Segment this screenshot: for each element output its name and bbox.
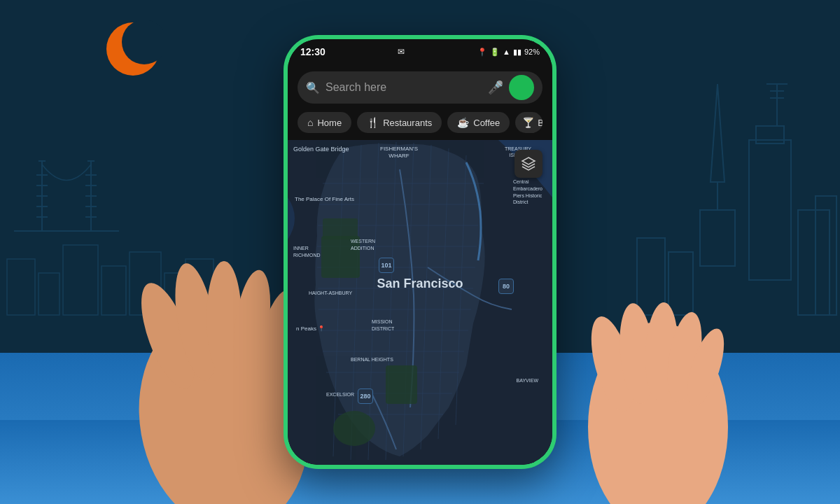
svg-rect-21 <box>63 245 98 315</box>
coffee-chip-icon: ☕ <box>457 117 469 128</box>
svg-rect-30 <box>756 126 784 144</box>
map-area[interactable]: Golden Gate Bridge FISHERMAN'SWHARF TREA… <box>288 140 552 465</box>
phone-screen: 12:30 ✉ 📍 🔋 ▲ ▮▮ 92% 🔍 <box>288 39 552 465</box>
status-center-icons: ✉ <box>398 47 405 57</box>
status-right-icons: 📍 🔋 ▲ ▮▮ 92% <box>477 48 540 57</box>
wifi-icon: ▲ <box>503 48 510 56</box>
route-280: 280 <box>358 388 373 404</box>
svg-rect-72 <box>321 236 360 278</box>
search-icon: 🔍 <box>306 81 320 94</box>
svg-rect-28 <box>700 210 735 266</box>
status-time: 12:30 <box>300 46 326 57</box>
chip-bars[interactable]: 🍸 B <box>515 112 542 133</box>
bars-chip-label: B <box>538 118 542 128</box>
svg-marker-26 <box>710 84 724 182</box>
restaurants-chip-icon: 🍴 <box>367 117 379 128</box>
home-chip-label: Home <box>317 118 342 128</box>
svg-rect-29 <box>749 140 791 280</box>
phone-inner-shell: 12:30 ✉ 📍 🔋 ▲ ▮▮ 92% 🔍 <box>288 39 552 465</box>
chip-restaurants[interactable]: 🍴 Restaurants <box>357 112 442 133</box>
category-chips-row: ⌂ Home 🍴 Restaurants ☕ Coffee 🍸 B <box>288 109 552 140</box>
chip-coffee[interactable]: ☕ Coffee <box>447 112 510 133</box>
svg-rect-38 <box>816 196 836 315</box>
search-bar[interactable]: 🔍 Search here 🎤 <box>298 71 542 104</box>
svg-rect-74 <box>386 365 417 404</box>
battery-saver-icon: 🔋 <box>490 48 500 57</box>
coffee-chip-label: Coffee <box>473 118 500 128</box>
mic-icon[interactable]: 🎤 <box>488 80 503 95</box>
route-101: 101 <box>379 258 394 273</box>
search-bar-container: 🔍 Search here 🎤 <box>288 64 552 109</box>
status-bar: 12:30 ✉ 📍 🔋 ▲ ▮▮ 92% <box>288 39 552 64</box>
layers-button[interactable] <box>514 150 542 178</box>
map-svg <box>288 140 552 465</box>
svg-rect-73 <box>323 218 358 239</box>
message-icon: ✉ <box>398 47 405 57</box>
svg-marker-76 <box>522 158 535 164</box>
phone-outer-shell: 12:30 ✉ 📍 🔋 ▲ ▮▮ 92% 🔍 <box>284 35 556 469</box>
route-80: 80 <box>498 279 514 294</box>
svg-rect-20 <box>38 273 59 315</box>
svg-rect-19 <box>7 259 35 315</box>
signal-icon: ▮▮ <box>513 48 522 57</box>
location-icon: 📍 <box>477 48 487 57</box>
restaurants-chip-label: Restaurants <box>383 118 432 128</box>
home-chip-icon: ⌂ <box>307 117 313 128</box>
battery-percent: 92% <box>524 48 540 56</box>
search-placeholder[interactable]: Search here <box>326 81 482 94</box>
chip-home[interactable]: ⌂ Home <box>298 112 351 133</box>
svg-rect-37 <box>798 210 830 315</box>
front-hand <box>574 273 742 504</box>
svg-point-75 <box>333 411 375 446</box>
profile-dot[interactable] <box>509 75 534 100</box>
bars-chip-icon: 🍸 <box>522 117 534 128</box>
moon-icon <box>104 20 163 82</box>
